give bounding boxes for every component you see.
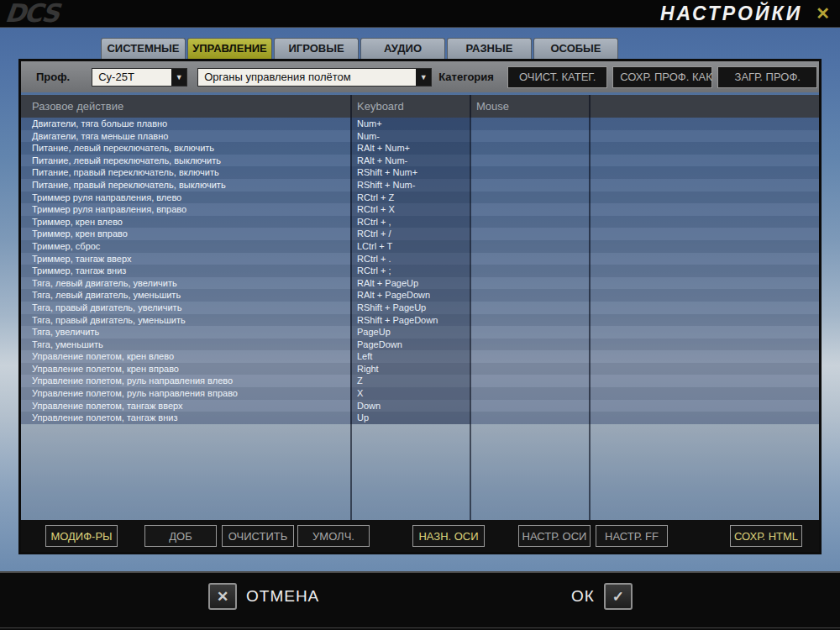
row-keyboard: RCtrl + , (350, 216, 470, 228)
row-extra (589, 228, 819, 240)
column-divider (470, 95, 471, 520)
row-keyboard: Num- (350, 130, 470, 143)
table-row[interactable]: Двигатели, тяга больше плавно Num+ (21, 118, 819, 130)
row-mouse (470, 289, 589, 302)
table-row[interactable]: Триммер, крен вправо RCtrl + / (21, 228, 819, 240)
row-mouse (470, 253, 589, 265)
table-row[interactable]: Управление полетом, крен вправо Right (21, 363, 819, 375)
table-row[interactable]: Триммер руля направления, влево RCtrl + … (21, 192, 819, 204)
table-row[interactable]: Триммер, тангаж вниз RCtrl + ; (21, 265, 819, 277)
table-row[interactable]: Двигатели, тяга меньше плавно Num- (21, 130, 819, 143)
table-row[interactable]: Триммер, сброс LCtrl + T (21, 240, 819, 253)
row-extra (589, 118, 819, 130)
table-row[interactable]: Питание, левый переключатель, включить R… (21, 142, 819, 155)
row-mouse (470, 265, 589, 277)
table-row[interactable]: Питание, правый переключатель, включить … (21, 166, 819, 179)
row-extra (589, 130, 819, 143)
row-extra (589, 216, 819, 228)
tab-audio[interactable]: АУДИО (360, 38, 445, 59)
row-extra (589, 412, 819, 424)
table-row[interactable]: Управление полетом, руль направления впр… (21, 387, 819, 400)
row-action: Двигатели, тяга меньше плавно (21, 130, 350, 143)
table-row[interactable]: Триммер, тангаж вверх RCtrl + . (21, 253, 819, 265)
dropdown-arrow-icon[interactable]: ▼ (171, 69, 186, 86)
tab-misc[interactable]: РАЗНЫЕ (447, 38, 532, 59)
table-row[interactable]: Тяга, увеличить PageUp (21, 326, 819, 339)
dropdown-arrow-icon[interactable]: ▼ (416, 69, 431, 86)
profile-dropdown[interactable]: Су-25Т ▼ (92, 68, 187, 87)
clear-category-button[interactable]: ОЧИСТ. КАТЕГ. (507, 66, 607, 88)
table-row[interactable]: Триммер, крен влево RCtrl + , (21, 216, 819, 228)
bindings-table-body: Двигатели, тяга больше плавно Num+ Двига… (21, 118, 819, 424)
row-extra (589, 289, 819, 302)
table-row[interactable]: Тяга, правый двигатель, уменьшить RShift… (21, 314, 819, 327)
row-extra (589, 240, 819, 253)
header-action: Разовое действие (21, 100, 350, 113)
table-row[interactable]: Управление полетом, руль направления вле… (21, 375, 819, 387)
table-row[interactable]: Управление полетом, тангаж вверх Down (21, 400, 819, 412)
row-mouse (470, 350, 589, 363)
row-keyboard: RAlt + Num+ (350, 142, 470, 155)
table-row[interactable]: Тяга, правый двигатель, увеличить RShift… (21, 302, 819, 314)
row-mouse (470, 314, 589, 327)
row-keyboard: X (350, 387, 470, 400)
row-action: Триммер, тангаж вниз (21, 265, 350, 277)
table-row[interactable]: Тяга, левый двигатель, увеличить RAlt + … (21, 277, 819, 290)
row-mouse (470, 375, 589, 387)
row-action: Управление полетом, крен вправо (21, 363, 350, 375)
default-button[interactable]: УМОЛЧ. (297, 525, 370, 547)
table-row[interactable]: Тяга, уменьшить PageDown (21, 339, 819, 351)
row-action: Управление полетом, руль направления впр… (21, 387, 350, 400)
row-keyboard: RCtrl + ; (350, 265, 470, 277)
tune-ff-button[interactable]: НАСТР. FF (596, 525, 668, 547)
row-keyboard: Left (350, 350, 470, 363)
row-keyboard: RShift + PageUp (350, 302, 470, 314)
row-extra (589, 155, 819, 167)
table-row[interactable]: Питание, левый переключатель, выключить … (21, 155, 819, 167)
cancel-button[interactable]: ✕ (208, 583, 237, 610)
row-action: Триммер руля направления, вправо (21, 203, 350, 216)
tab-controls[interactable]: УПРАВЛЕНИЕ (187, 38, 272, 59)
row-mouse (470, 142, 589, 155)
row-action: Питание, левый переключатель, включить (21, 142, 350, 155)
tune-axis-button[interactable]: НАСТР. ОСИ (518, 525, 591, 547)
row-extra (589, 265, 819, 277)
table-row[interactable]: Управление полетом, крен влево Left (21, 350, 819, 363)
header-keyboard: Keyboard (350, 100, 470, 113)
table-row[interactable]: Питание, правый переключатель, выключить… (21, 179, 819, 192)
row-action: Двигатели, тяга больше плавно (21, 118, 350, 130)
row-extra (589, 339, 819, 351)
category-dropdown-value: Органы управления полётом (198, 71, 416, 83)
table-row[interactable]: Тяга, левый двигатель, уменьшить RAlt + … (21, 289, 819, 302)
row-mouse (470, 363, 589, 375)
row-keyboard: Right (350, 363, 470, 375)
add-button[interactable]: ДОБ (144, 525, 217, 547)
dcs-logo: DCS (3, 1, 59, 26)
load-profile-button[interactable]: ЗАГР. ПРОФ. (717, 66, 817, 88)
tab-gameplay[interactable]: ИГРОВЫЕ (274, 38, 359, 59)
row-action: Триммер руля направления, влево (21, 192, 350, 204)
assign-axis-button[interactable]: НАЗН. ОСИ (412, 525, 485, 547)
tab-special[interactable]: ОСОБЫЕ (533, 38, 618, 59)
table-row[interactable]: Триммер руля направления, вправо RCtrl +… (21, 203, 819, 216)
save-html-button[interactable]: СОХР. HTML (730, 525, 802, 547)
tab-system[interactable]: СИСТЕМНЫЕ (101, 38, 186, 59)
category-dropdown[interactable]: Органы управления полётом ▼ (197, 68, 432, 87)
close-icon[interactable]: ✕ (816, 5, 830, 22)
profile-bar: Проф. Су-25Т ▼ Органы управления полётом… (21, 61, 819, 92)
save-profile-as-button[interactable]: СОХР. ПРОФ. КАК (612, 66, 712, 88)
profile-label: Проф. (36, 71, 70, 83)
row-extra (589, 350, 819, 363)
panel-button-bar: МОДИФ-РЫДОБОЧИСТИТЬУМОЛЧ.НАЗН. ОСИНАСТР.… (21, 520, 819, 552)
modifiers-button[interactable]: МОДИФ-РЫ (45, 525, 118, 547)
header-mouse: Mouse (470, 100, 589, 113)
table-row[interactable]: Управление полетом, тангаж вниз Up (21, 412, 819, 424)
clear-button[interactable]: ОЧИСТИТЬ (222, 525, 294, 547)
ok-button[interactable]: ✓ (604, 583, 633, 610)
row-action: Тяга, правый двигатель, увеличить (21, 302, 350, 314)
row-action: Тяга, уменьшить (21, 339, 350, 351)
row-extra (589, 314, 819, 327)
row-action: Триммер, крен вправо (21, 228, 350, 240)
row-keyboard: RShift + PageDown (350, 314, 470, 327)
category-label: Категория (438, 71, 491, 83)
